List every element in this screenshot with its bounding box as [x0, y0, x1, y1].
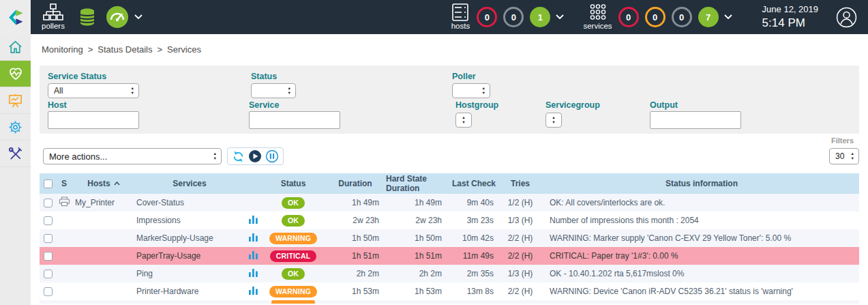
service-name[interactable]: Printer-Hardware [136, 287, 198, 296]
service-name[interactable]: PaperTray-Usage [136, 251, 200, 261]
pause-button[interactable] [265, 149, 279, 163]
hosts-counter[interactable]: 0 [503, 7, 524, 27]
header-services[interactable]: Services [135, 173, 244, 194]
status-badge: OK [282, 215, 305, 227]
last-check-cell: 10m 42s [451, 229, 496, 247]
service-name[interactable]: Ping [136, 269, 153, 278]
breadcrumb: Monitoring>Status Details>Services [31, 34, 868, 55]
graph-icon[interactable] [249, 269, 258, 279]
database-status-icon[interactable] [77, 7, 98, 27]
duration-cell: 1h 49m [325, 194, 386, 212]
tries-cell: 2/2 (H) [496, 282, 544, 300]
header-last-check[interactable]: Last Check [451, 173, 496, 194]
header-status-information[interactable]: Status information [544, 173, 859, 194]
row-checkbox[interactable] [44, 199, 53, 207]
breadcrumb-item[interactable]: Status Details [98, 44, 152, 55]
printer-icon [59, 197, 70, 209]
row-checkbox[interactable] [44, 216, 53, 225]
last-check-cell: 13m 8s [451, 282, 496, 300]
sidebar-item-reporting[interactable] [0, 87, 31, 114]
services-counter[interactable]: 0 [672, 7, 692, 27]
output-input[interactable] [650, 111, 741, 129]
refresh-icon [232, 150, 245, 163]
servicegroup-select[interactable] [545, 113, 562, 128]
sidebar-item-home[interactable] [0, 34, 31, 61]
page-size-value: 30 [835, 151, 844, 161]
header-hard-state-duration[interactable]: Hard State Duration [386, 173, 451, 194]
play-icon [248, 149, 262, 163]
sort-asc-icon [114, 181, 120, 186]
services-menu[interactable]: services [583, 3, 612, 31]
home-icon [8, 40, 23, 55]
host-name[interactable]: My_Printer [75, 198, 115, 207]
hosts-counter[interactable]: 1 [530, 7, 550, 27]
status-information-cell: WARNING: Marker supply 'Canon C-EXV 29 Y… [544, 229, 859, 247]
duration-cell: 1h 50m [325, 229, 386, 247]
host-input[interactable] [48, 111, 139, 129]
service-input[interactable] [249, 111, 340, 129]
row-checkbox[interactable] [44, 287, 53, 296]
header-status[interactable]: Status [262, 173, 325, 194]
graph-icon[interactable] [249, 287, 258, 297]
header-tries[interactable]: Tries [496, 173, 544, 194]
status-label: Status [251, 72, 277, 81]
sidebar-item-administration[interactable] [0, 141, 31, 167]
status-select[interactable] [251, 83, 296, 98]
poller-select[interactable] [452, 83, 490, 98]
pollers-menu[interactable]: pollers [42, 3, 65, 31]
service-name[interactable]: MarkerSupply-Usage [136, 233, 213, 243]
refresh-button[interactable] [232, 150, 245, 163]
hostgroup-select[interactable] [455, 113, 472, 128]
more-actions-select[interactable]: More actions... [43, 148, 222, 164]
header-duration[interactable]: Duration [325, 173, 386, 194]
services-counter[interactable]: 0 [645, 7, 665, 27]
sidebar-item-monitoring[interactable] [0, 61, 31, 87]
poller-chevron-down-icon[interactable] [134, 14, 143, 20]
row-checkbox[interactable] [44, 252, 53, 261]
status-badge: OK [282, 268, 305, 280]
breadcrumb-item[interactable]: Services [167, 44, 201, 55]
hosts-menu[interactable]: hosts [450, 3, 470, 31]
filters-tag: Filters [831, 136, 854, 145]
hosts-chevron-down-icon[interactable] [556, 14, 564, 20]
topbar: pollers hosts 001 [31, 0, 868, 34]
service-status-select[interactable]: All [48, 83, 139, 98]
services-counter[interactable]: 7 [698, 7, 719, 27]
services-counter[interactable]: 0 [618, 7, 639, 27]
table-row: Ping OK 2h 2m 2h 2m 2m 35s 1/3 (H) OK - … [40, 265, 859, 282]
sidebar-item-configuration[interactable] [0, 114, 31, 141]
status-information-cell: Number of impressions this month : 2054 [544, 212, 859, 229]
user-profile-button[interactable] [836, 7, 857, 28]
row-checkbox[interactable] [44, 270, 53, 278]
hosts-counter[interactable]: 0 [477, 7, 497, 27]
centreon-logo[interactable] [0, 0, 31, 34]
service-name[interactable]: Impressions [136, 216, 181, 225]
page-size-select[interactable]: 30 [829, 148, 859, 164]
header-hosts[interactable]: Hosts [72, 173, 135, 194]
status-information-cell: WARNING: Device 'Canon iR-ADV C5235 36.2… [544, 282, 859, 300]
hard-state-duration-cell: 2h 2m [386, 265, 451, 282]
graph-icon[interactable] [249, 216, 258, 226]
duration-cell: 2w 23h [325, 212, 386, 229]
header-s[interactable]: S [56, 173, 72, 194]
hard-state-duration-cell: 1h 51m [386, 247, 451, 265]
row-checkbox[interactable] [44, 234, 53, 243]
current-time: 5:14 PM [762, 16, 818, 30]
breadcrumb-item[interactable]: Monitoring [42, 44, 83, 55]
status-badge: WARNING [269, 233, 317, 244]
partial-next-row [40, 300, 859, 304]
select-all-checkbox[interactable] [44, 179, 53, 188]
table-row: Printer-Hardware WARNING 1h 53m 1h 53m 1… [40, 282, 859, 300]
graph-icon[interactable] [249, 251, 258, 261]
services-icon [588, 3, 608, 21]
services-chevron-down-icon[interactable] [724, 14, 732, 20]
service-name[interactable]: Cover-Status [136, 198, 184, 207]
tries-cell: 1/3 (H) [496, 265, 544, 282]
latency-gauge-icon[interactable] [106, 5, 129, 29]
header-hosts-label: Hosts [87, 179, 110, 188]
status-badge: WARNING [269, 286, 317, 297]
graph-icon[interactable] [249, 233, 258, 244]
play-button[interactable] [248, 149, 262, 163]
duration-cell: 2h 2m [325, 265, 386, 282]
service-status-value: All [54, 86, 63, 96]
